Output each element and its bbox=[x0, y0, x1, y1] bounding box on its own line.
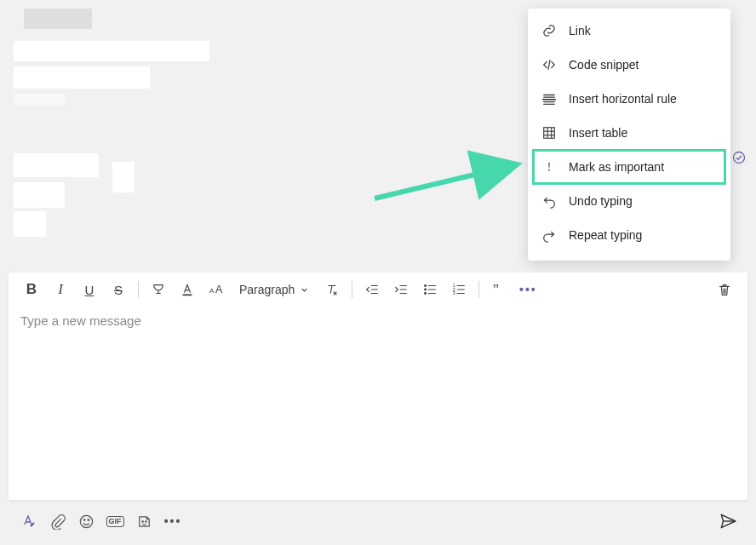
indent-button[interactable] bbox=[387, 275, 415, 304]
svg-point-22 bbox=[425, 285, 427, 287]
svg-text:3: 3 bbox=[453, 290, 455, 295]
toolbar-separator bbox=[352, 281, 352, 298]
undo-icon bbox=[541, 193, 557, 209]
svg-text:”: ” bbox=[493, 282, 499, 297]
menu-item-horizontal-rule[interactable]: Insert horizontal rule bbox=[528, 82, 730, 116]
more-actions-button[interactable]: ••• bbox=[158, 507, 187, 536]
menu-item-mark-important[interactable]: Mark as important bbox=[533, 150, 725, 184]
svg-text:A: A bbox=[209, 287, 215, 295]
menu-item-insert-table[interactable]: Insert table bbox=[528, 116, 730, 150]
emoji-button[interactable] bbox=[72, 507, 100, 536]
menu-item-code-snippet[interactable]: Code snippet bbox=[528, 48, 730, 82]
menu-item-link[interactable]: Link bbox=[528, 14, 730, 48]
message-input[interactable]: Type a new message bbox=[9, 307, 747, 477]
svg-point-36 bbox=[83, 519, 85, 520]
svg-point-38 bbox=[141, 520, 142, 521]
menu-item-label: Mark as important bbox=[569, 160, 664, 174]
gif-button[interactable]: GIF bbox=[100, 507, 129, 536]
redo-icon bbox=[541, 227, 557, 243]
chevron-down-icon bbox=[300, 285, 309, 295]
svg-point-39 bbox=[145, 520, 146, 521]
svg-point-23 bbox=[425, 289, 427, 290]
menu-item-label: Code snippet bbox=[569, 58, 639, 72]
compose-action-bar: GIF ••• bbox=[9, 506, 747, 536]
svg-point-37 bbox=[88, 519, 89, 520]
paragraph-style-dropdown[interactable]: Paragraph bbox=[231, 283, 318, 296]
more-label: ••• bbox=[519, 283, 537, 296]
message-composer: B I U S AA Paragraph 123 bbox=[9, 272, 747, 500]
svg-point-11 bbox=[734, 152, 745, 164]
outdent-button[interactable] bbox=[358, 275, 387, 304]
quote-button[interactable]: ” bbox=[484, 275, 513, 304]
svg-point-10 bbox=[548, 169, 550, 171]
menu-item-label: Link bbox=[569, 24, 591, 37]
svg-point-35 bbox=[80, 515, 92, 527]
highlight-button[interactable] bbox=[144, 275, 173, 304]
menu-item-repeat-typing[interactable]: Repeat typing bbox=[528, 218, 730, 252]
numbered-list-button[interactable]: 123 bbox=[444, 275, 473, 304]
gif-label: GIF bbox=[106, 516, 124, 527]
bold-button[interactable]: B bbox=[17, 275, 46, 304]
more-format-button[interactable]: ••• bbox=[513, 275, 542, 304]
menu-item-label: Repeat typing bbox=[569, 228, 642, 242]
svg-line-12 bbox=[375, 164, 518, 198]
clear-formatting-button[interactable] bbox=[318, 275, 346, 304]
table-icon bbox=[541, 125, 557, 141]
toolbar-separator bbox=[138, 281, 139, 298]
bullet-list-button[interactable] bbox=[415, 275, 444, 304]
format-toolbar: B I U S AA Paragraph 123 bbox=[9, 272, 747, 307]
underline-button[interactable]: U bbox=[75, 275, 104, 304]
format-more-menu: Link Code snippet Insert horizontal rule… bbox=[528, 9, 730, 261]
strikethrough-button[interactable]: S bbox=[104, 275, 133, 304]
redacted-background bbox=[0, 0, 255, 255]
svg-rect-5 bbox=[544, 128, 555, 139]
menu-item-label: Undo typing bbox=[569, 194, 633, 208]
menu-item-label: Insert horizontal rule bbox=[569, 92, 677, 106]
annotation-arrow bbox=[366, 149, 536, 209]
horizontal-rule-icon bbox=[541, 91, 557, 106]
font-color-button[interactable] bbox=[173, 275, 202, 304]
attach-button[interactable] bbox=[43, 507, 72, 536]
send-button[interactable] bbox=[713, 507, 742, 536]
font-size-button[interactable]: AA bbox=[202, 275, 231, 304]
link-icon bbox=[541, 23, 557, 38]
svg-point-24 bbox=[425, 293, 427, 295]
menu-item-label: Insert table bbox=[569, 126, 627, 140]
more-label: ••• bbox=[164, 514, 182, 528]
italic-button[interactable]: I bbox=[46, 275, 75, 304]
svg-text:A: A bbox=[215, 284, 223, 295]
menu-item-undo-typing[interactable]: Undo typing bbox=[528, 184, 730, 218]
sticker-button[interactable] bbox=[129, 507, 158, 536]
paragraph-label: Paragraph bbox=[239, 283, 295, 296]
important-icon bbox=[541, 159, 557, 175]
format-toggle-button[interactable] bbox=[14, 507, 43, 536]
code-icon bbox=[541, 57, 557, 72]
toolbar-separator bbox=[478, 281, 479, 298]
delete-button[interactable] bbox=[710, 275, 739, 304]
read-receipt-icon bbox=[732, 151, 746, 164]
